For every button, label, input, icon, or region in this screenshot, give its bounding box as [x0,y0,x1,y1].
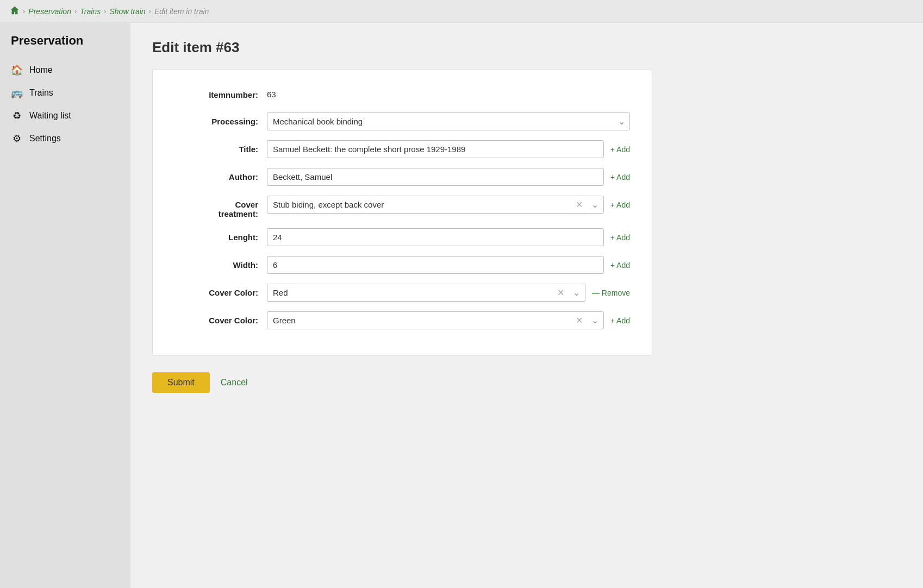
title-label: Title: [174,140,267,154]
form-actions: Submit Cancel [152,372,901,393]
home-icon[interactable] [10,5,20,17]
author-label: Author: [174,168,267,182]
form-card: Itemnumber: 63 Processing: Mechanical bo… [152,69,652,356]
clear-icon[interactable]: ✕ [553,287,569,298]
itemnumber-value-wrap: 63 [267,86,630,103]
clear-icon[interactable]: ✕ [572,315,587,326]
width-input[interactable] [267,256,604,274]
processing-select-wrap[interactable]: Mechanical book bindingManual bindingDig… [267,112,630,130]
recycle-icon: ♻ [11,110,23,122]
breadcrumb-show-train[interactable]: Show train [109,7,145,16]
itemnumber-label: Itemnumber: [174,86,267,99]
breadcrumb-sep-4: › [149,7,151,15]
breadcrumb-preservation[interactable]: Preservation [28,7,71,16]
page-title: Edit item #63 [152,39,901,56]
processing-control-wrap: Mechanical book bindingManual bindingDig… [267,112,630,130]
length-row: Lenght: + Add [174,228,630,246]
sidebar-item-settings[interactable]: ⚙ Settings [0,127,130,150]
cover-treatment-row: Covertreatment: Stub biding, except back… [174,196,630,218]
title-input[interactable] [267,140,604,158]
cover-color2-add-button[interactable]: + Add [610,314,630,327]
cover-color1-select[interactable]: RedGreenBlueYellow [267,284,553,301]
breadcrumb: › Preservation › Trains › Show train › E… [0,0,923,23]
gear-icon: ⚙ [11,133,23,145]
cover-treatment-add-button[interactable]: + Add [610,198,630,211]
processing-select[interactable]: Mechanical book bindingManual bindingDig… [267,113,613,130]
sidebar-item-waiting-list[interactable]: ♻ Waiting list [0,104,130,127]
sidebar-item-home-label: Home [29,65,53,75]
cover-color2-control-wrap: RedGreenBlueYellow ✕ ⌄ + Add [267,311,630,329]
sidebar-title: Preservation [0,34,130,59]
cancel-button[interactable]: Cancel [221,378,248,387]
chevron-down-icon: ⌄ [587,199,603,210]
cover-color2-select-wrap[interactable]: RedGreenBlueYellow ✕ ⌄ [267,311,604,329]
chevron-down-icon: ⌄ [569,287,585,298]
train-icon: 🚌 [11,87,23,99]
chevron-down-icon: ⌄ [587,315,603,326]
main-content: Edit item #63 Itemnumber: 63 Processing:… [130,23,923,588]
width-row: Width: + Add [174,256,630,274]
cover-treatment-select-wrap[interactable]: Stub biding, except back coverFull cover… [267,196,604,214]
itemnumber-value: 63 [267,86,276,103]
cover-color1-control-wrap: RedGreenBlueYellow ✕ ⌄ — Remove [267,284,630,302]
length-control-wrap: + Add [267,228,630,246]
width-label: Width: [174,256,267,270]
submit-button[interactable]: Submit [152,372,210,393]
sidebar-item-trains-label: Trains [29,88,53,98]
cover-color1-select-wrap[interactable]: RedGreenBlueYellow ✕ ⌄ [267,284,585,302]
length-label: Lenght: [174,228,267,242]
title-row: Title: + Add [174,140,630,158]
cover-color2-row: Cover Color: RedGreenBlueYellow ✕ ⌄ + Ad… [174,311,630,329]
processing-row: Processing: Mechanical book bindingManua… [174,112,630,130]
itemnumber-row: Itemnumber: 63 [174,86,630,103]
breadcrumb-current: Edit item in train [154,7,209,16]
author-row: Author: + Add [174,168,630,186]
author-control-wrap: + Add [267,168,630,186]
processing-label: Processing: [174,112,267,126]
cover-color1-label: Cover Color: [174,284,267,297]
title-control-wrap: + Add [267,140,630,158]
breadcrumb-sep-1: › [23,7,25,15]
home-icon: 🏠 [11,64,23,76]
sidebar: Preservation 🏠 Home 🚌 Trains ♻ Waiting l… [0,23,130,588]
width-add-button[interactable]: + Add [610,259,630,272]
breadcrumb-trains[interactable]: Trains [80,7,101,16]
chevron-down-icon: ⌄ [613,116,629,127]
cover-color1-remove-button[interactable]: — Remove [592,286,630,299]
author-add-button[interactable]: + Add [610,171,630,184]
length-add-button[interactable]: + Add [610,231,630,244]
sidebar-item-trains[interactable]: 🚌 Trains [0,82,130,104]
cover-treatment-select[interactable]: Stub biding, except back coverFull cover… [267,196,572,213]
clear-icon[interactable]: ✕ [572,199,587,210]
width-control-wrap: + Add [267,256,630,274]
title-add-button[interactable]: + Add [610,143,630,156]
cover-treatment-label: Covertreatment: [174,196,267,218]
author-input[interactable] [267,168,604,186]
cover-color1-row: Cover Color: RedGreenBlueYellow ✕ ⌄ — Re… [174,284,630,302]
sidebar-item-waiting-list-label: Waiting list [29,111,71,121]
length-input[interactable] [267,228,604,246]
sidebar-item-settings-label: Settings [29,134,61,143]
sidebar-item-home[interactable]: 🏠 Home [0,59,130,82]
cover-treatment-control-wrap: Stub biding, except back coverFull cover… [267,196,630,214]
cover-color2-select[interactable]: RedGreenBlueYellow [267,312,572,329]
cover-color2-label: Cover Color: [174,311,267,325]
breadcrumb-sep-3: › [104,7,106,15]
breadcrumb-sep-2: › [74,7,77,15]
